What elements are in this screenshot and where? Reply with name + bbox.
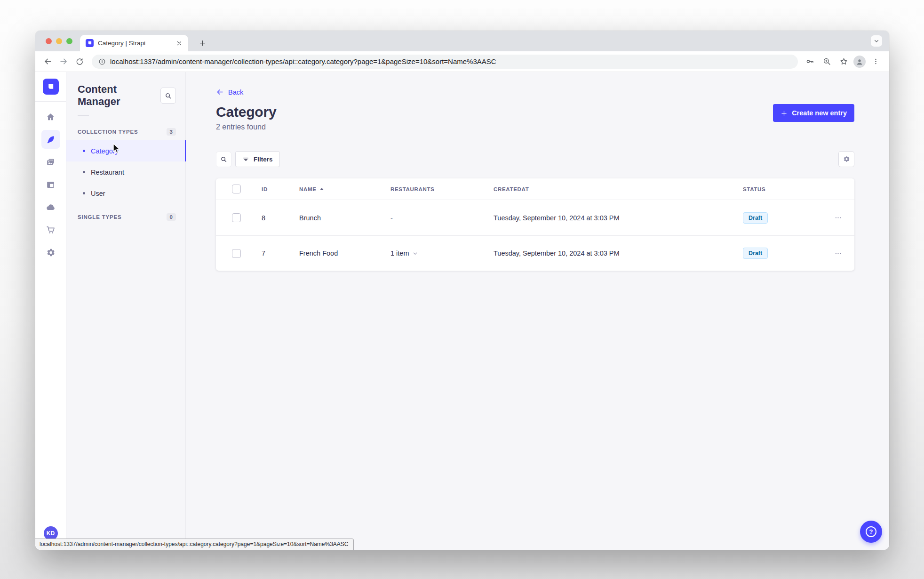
- page-info-icon[interactable]: [98, 58, 106, 65]
- content-manager-subnav: Content Manager COLLECTION TYPES 3 Categ…: [66, 72, 186, 550]
- create-button-label: Create new entry: [792, 109, 847, 117]
- main-nav-rail: KD: [35, 72, 66, 550]
- cell-restaurants[interactable]: 1 item: [390, 249, 494, 257]
- row-menu-icon[interactable]: [834, 214, 854, 222]
- cell-id: 7: [262, 249, 299, 257]
- tab-search-chevron-icon[interactable]: [871, 35, 882, 47]
- table-row[interactable]: 8 Brunch - Tuesday, September 10, 2024 a…: [216, 200, 854, 235]
- cell-name: Brunch: [299, 214, 390, 222]
- window-close-button[interactable]: [46, 38, 52, 44]
- strapi-favicon-icon: [86, 39, 94, 47]
- bullet-icon: [83, 150, 85, 152]
- browser-toolbar: localhost:1337/admin/content-manager/col…: [35, 51, 889, 72]
- sidebar-item-home[interactable]: [41, 107, 60, 126]
- collection-types-list: Category Restaurant User: [66, 140, 185, 204]
- new-tab-button[interactable]: [196, 37, 208, 49]
- column-header-id[interactable]: ID: [262, 186, 299, 192]
- search-button[interactable]: [216, 152, 231, 167]
- sidebar-item-user[interactable]: User: [66, 183, 185, 204]
- cell-id: 8: [262, 214, 299, 222]
- tab-title: Category | Strapi: [98, 40, 171, 47]
- single-types-label: SINGLE TYPES: [78, 214, 121, 220]
- collection-types-label: COLLECTION TYPES: [78, 129, 138, 135]
- bullet-icon: [83, 171, 85, 173]
- sidebar-item-label: Restaurant: [91, 169, 124, 176]
- sidebar-item-category[interactable]: Category: [66, 140, 185, 161]
- collection-types-section: COLLECTION TYPES 3: [66, 128, 185, 136]
- browser-tab[interactable]: Category | Strapi: [80, 35, 188, 51]
- column-header-name[interactable]: NAME: [299, 186, 390, 192]
- sidebar-item-settings[interactable]: [41, 243, 60, 262]
- select-all-checkbox[interactable]: [232, 185, 241, 193]
- sidebar-item-cloud[interactable]: [41, 198, 60, 217]
- reload-icon[interactable]: [72, 54, 87, 69]
- cell-restaurants: -: [390, 214, 494, 222]
- row-checkbox[interactable]: [232, 249, 241, 258]
- subnav-title: Content Manager: [78, 83, 160, 108]
- zoom-in-icon[interactable]: [820, 55, 834, 69]
- bullet-icon: [83, 192, 85, 194]
- question-mark-icon: ?: [866, 526, 876, 537]
- table-header-row: ID NAME RESTAURANTS CREATEDAT STATUS: [216, 178, 854, 200]
- plus-icon: [781, 110, 788, 117]
- filter-icon: [242, 156, 249, 163]
- entries-count: 2 entries found: [216, 123, 276, 131]
- entries-table: ID NAME RESTAURANTS CREATEDAT STATUS 8 B…: [216, 178, 854, 271]
- column-header-status[interactable]: STATUS: [743, 186, 823, 192]
- traffic-lights: [46, 38, 72, 44]
- url-text: localhost:1337/admin/content-manager/col…: [110, 57, 496, 65]
- rail-divider: [35, 101, 66, 102]
- back-nav-icon[interactable]: [40, 54, 55, 69]
- chevron-down-icon: [413, 251, 418, 256]
- window-minimize-button[interactable]: [56, 38, 62, 44]
- tab-strip: Category | Strapi: [35, 31, 889, 51]
- filters-button[interactable]: Filters: [235, 151, 280, 167]
- sidebar-item-label: User: [91, 190, 105, 197]
- list-toolbar: Filters: [216, 151, 854, 167]
- status-badge: Draft: [743, 212, 768, 224]
- back-label: Back: [228, 88, 243, 96]
- back-link[interactable]: Back: [216, 88, 243, 96]
- column-header-restaurants[interactable]: RESTAURANTS: [390, 186, 494, 192]
- row-menu-icon[interactable]: [834, 249, 854, 257]
- sidebar-item-media-library[interactable]: [41, 153, 60, 171]
- tab-close-icon[interactable]: [175, 39, 183, 48]
- url-bar[interactable]: localhost:1337/admin/content-manager/col…: [92, 55, 798, 69]
- collection-types-count-badge: 3: [167, 128, 176, 136]
- single-types-section: SINGLE TYPES 0: [66, 213, 185, 221]
- column-header-createdat[interactable]: CREATEDAT: [494, 186, 743, 192]
- view-settings-gear-icon[interactable]: [838, 151, 854, 167]
- window-zoom-button[interactable]: [66, 38, 72, 44]
- cell-name: French Food: [299, 249, 390, 257]
- main-content: Back Category 2 entries found Create new…: [186, 72, 889, 550]
- browser-profile-avatar[interactable]: [853, 56, 866, 68]
- sidebar-item-restaurant[interactable]: Restaurant: [66, 161, 185, 183]
- filters-label: Filters: [254, 156, 273, 163]
- password-key-icon[interactable]: [803, 55, 817, 69]
- strapi-logo[interactable]: [43, 79, 59, 95]
- single-types-count-badge: 0: [167, 213, 176, 221]
- row-checkbox[interactable]: [232, 213, 241, 222]
- rail-items: [41, 107, 60, 262]
- status-badge: Draft: [743, 248, 768, 259]
- subnav-divider: [78, 115, 89, 116]
- cell-createdat: Tuesday, September 10, 2024 at 3:03 PM: [494, 249, 743, 257]
- forward-nav-icon[interactable]: [56, 54, 71, 69]
- toolbar-actions: [803, 55, 883, 69]
- sidebar-item-content-type-builder[interactable]: [41, 175, 60, 194]
- status-bar-url: localhost:1337/admin/content-manager/col…: [35, 539, 354, 550]
- sidebar-item-content-manager[interactable]: [41, 130, 60, 149]
- strapi-admin: KD Content Manager COLLECTION TYPES 3 Ca…: [35, 72, 889, 550]
- table-row[interactable]: 7 French Food 1 item Tuesday, September …: [216, 235, 854, 271]
- subnav-search-button[interactable]: [160, 88, 176, 104]
- sidebar-item-marketplace[interactable]: [41, 220, 60, 239]
- bookmark-star-icon[interactable]: [836, 55, 851, 69]
- page-title: Category: [216, 104, 276, 120]
- browser-menu-icon[interactable]: [868, 55, 883, 69]
- help-button[interactable]: ?: [860, 521, 882, 543]
- browser-window: Category | Strapi localhost:1337/admin/c…: [35, 31, 889, 550]
- create-new-entry-button[interactable]: Create new entry: [773, 104, 854, 122]
- cell-createdat: Tuesday, September 10, 2024 at 3:03 PM: [494, 214, 743, 222]
- mouse-cursor: [112, 143, 121, 154]
- sort-ascending-icon: [320, 188, 324, 190]
